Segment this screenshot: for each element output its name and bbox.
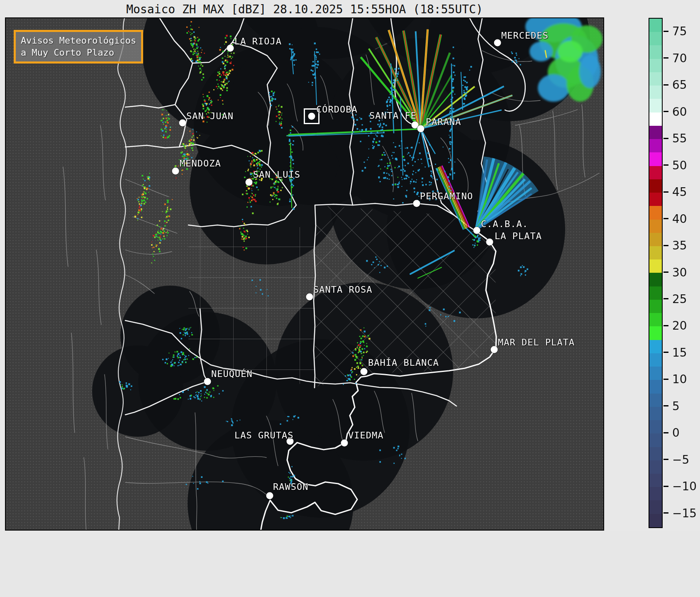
- colorbar-band: [649, 353, 662, 367]
- colorbar-tick-label: 15: [672, 345, 687, 359]
- colorbar-band: [649, 394, 662, 407]
- warnings-annotation-box[interactable]: Avisos Meteorológicos a Muy Corto Plazo: [14, 30, 143, 64]
- city-dot: [306, 294, 313, 301]
- colorbar-tick-label: 0: [672, 426, 680, 440]
- footer-logos: Servicio Meteorológico Nacional Argentin…: [0, 531, 700, 597]
- colorbar-band: [649, 407, 662, 420]
- colorbar-tick-label: 10: [672, 372, 687, 386]
- city-marker-layer: LA RIOJAMERCEDESSAN JUANCÓRDOBASANTA FEP…: [1, 1, 700, 549]
- province-borders: [117, 18, 525, 530]
- city-dot: [412, 122, 419, 129]
- city-label: RAWSON: [273, 482, 308, 492]
- city-label: PERGAMINO: [420, 191, 473, 201]
- city-label: MENDOZA: [180, 158, 221, 169]
- annotation-line: a Muy Corto Plazo: [21, 47, 136, 59]
- annotation-line: Avisos Meteorológicos: [21, 35, 136, 47]
- radar-map: LA RIOJAMERCEDESSAN JUANCÓRDOBASANTA FEP…: [5, 17, 604, 531]
- city-label: BAHÍA BLANCA: [368, 357, 439, 368]
- colorbar-band: [649, 206, 662, 219]
- colorbar-tick-label: 25: [672, 292, 687, 306]
- city-dot: [361, 368, 368, 375]
- city-dot: [341, 440, 348, 447]
- colorbar-tick: [663, 405, 668, 406]
- colorbar-tick-label: 30: [672, 265, 687, 279]
- colorbar-tick: [663, 111, 668, 112]
- colorbar-band: [649, 246, 662, 259]
- colorbar-tick-label: 50: [672, 158, 687, 172]
- city-dot: [246, 179, 253, 186]
- colorbar-tick: [663, 84, 668, 86]
- colorbar-band: [649, 286, 662, 300]
- colorbar-tick: [663, 432, 668, 433]
- colorbar-tick: [663, 191, 668, 193]
- colorbar-tick: [663, 57, 668, 59]
- city-dot: [494, 39, 501, 46]
- colorbar-band: [649, 273, 662, 286]
- colorbar-band: [649, 514, 662, 527]
- colorbar-band: [649, 45, 662, 59]
- city-label: SANTA FE: [369, 110, 417, 121]
- colorbar-tick: [663, 512, 668, 514]
- city-label: PARANA: [426, 117, 461, 127]
- colorbar-band: [649, 313, 662, 326]
- colorbar-band: [649, 19, 662, 32]
- colorbar-tick-label: −10: [672, 480, 697, 493]
- colorbar-band: [649, 433, 662, 447]
- colorbar-tick-label: 5: [672, 399, 680, 413]
- colorbar-band: [649, 86, 662, 99]
- colorbar-band: [649, 220, 662, 233]
- radar-mosaic-page: Mosaico ZH MAX [dBZ] 28.10.2025 15:55HOA…: [0, 0, 700, 597]
- colorbar-tick-label: 65: [672, 78, 687, 92]
- city-label: SANTA ROSA: [313, 284, 372, 295]
- colorbar-band: [649, 447, 662, 460]
- colorbar-band: [649, 460, 662, 474]
- colorbar-band: [649, 474, 662, 487]
- colorbar-band: [649, 380, 662, 393]
- colorbar-band: [649, 326, 662, 340]
- colorbar-tick-label: 35: [672, 239, 687, 252]
- colorbar-band: [649, 233, 662, 246]
- coastline: [261, 232, 496, 530]
- city-dot: [227, 45, 234, 52]
- colorbar-band: [649, 259, 662, 273]
- department-grid-lapampa: [188, 227, 315, 386]
- colorbar-tick-label: 60: [672, 105, 687, 118]
- colorbar-tick: [663, 325, 668, 326]
- department-grid-buenosaires: [315, 205, 496, 387]
- city-label: LA RIOJA: [234, 36, 282, 46]
- city-label: MAR DEL PLATA: [498, 337, 575, 347]
- colorbar-tick-label: 40: [672, 212, 687, 225]
- colorbar-band: [649, 367, 662, 380]
- colorbar-band: [649, 193, 662, 206]
- colorbar-band: [649, 139, 662, 152]
- colorbar-tick-label: 55: [672, 132, 687, 145]
- city-dot: [172, 168, 179, 175]
- colorbar-tick: [663, 486, 668, 487]
- radar-map-graphic: [6, 18, 603, 530]
- colorbar-tick-label: 75: [672, 24, 687, 38]
- colorbar-band: [649, 72, 662, 86]
- city-dot: [287, 438, 294, 445]
- city-label: LAS GRUTAS: [234, 430, 293, 440]
- colorbar-tick-label: −5: [672, 453, 689, 466]
- colorbar-tick: [663, 31, 668, 32]
- colorbar-band: [649, 500, 662, 514]
- city-label: SAN JUAN: [186, 111, 234, 121]
- colorbar-tick: [663, 138, 668, 139]
- colorbar-tick: [663, 352, 668, 353]
- city-dot: [413, 200, 420, 207]
- city-label: VIEDMA: [348, 430, 383, 440]
- colorbar-band: [649, 99, 662, 112]
- colorbar-band: [649, 340, 662, 353]
- colorbar-tick: [663, 164, 668, 166]
- colorbar-band: [649, 59, 662, 72]
- city-dot: [417, 125, 424, 132]
- city-dot: [308, 113, 315, 120]
- colorbar-band: [649, 113, 662, 126]
- city-label: CÓRDOBA: [316, 104, 358, 115]
- city-label: MERCEDES: [501, 30, 549, 41]
- colorbar-tick: [663, 272, 668, 273]
- colorbar-band: [649, 420, 662, 433]
- city-label: NEUQUÉN: [211, 369, 253, 379]
- colorbar-tick: [663, 218, 668, 219]
